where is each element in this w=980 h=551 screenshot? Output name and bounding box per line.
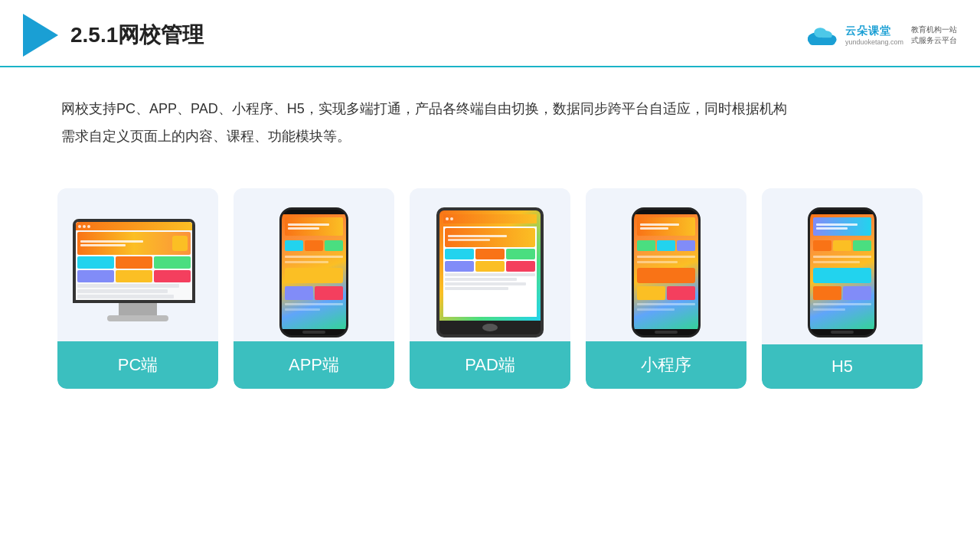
brand-name: 云朵课堂 — [845, 24, 891, 38]
phone-app-icon — [279, 207, 348, 337]
logo-triangle-icon — [23, 14, 58, 57]
page-title: 2.5.1网校管理 — [70, 21, 204, 50]
card-pad: PAD端 — [410, 188, 570, 389]
card-app: APP端 — [234, 188, 394, 389]
card-pc-image — [57, 204, 218, 341]
phone-h5-icon — [808, 207, 877, 337]
card-h5-label: H5 — [762, 344, 923, 389]
card-pad-image — [410, 204, 570, 341]
card-pc-label: PC端 — [57, 341, 218, 389]
cloud-icon — [802, 21, 841, 49]
svg-rect-6 — [809, 37, 835, 45]
brand-url: yunduoketang.com — [845, 38, 903, 46]
brand-text: 云朵课堂 yunduoketang.com — [845, 24, 903, 46]
header-right: 云朵课堂 yunduoketang.com 教育机构一站式服务云平台 — [802, 21, 957, 49]
tablet-pad-icon — [436, 207, 544, 337]
cloud-logo: 云朵课堂 yunduoketang.com 教育机构一站式服务云平台 — [802, 21, 957, 49]
cards-container: PC端 — [0, 173, 980, 412]
brand-slogan: 教育机构一站式服务云平台 — [911, 24, 957, 46]
pc-monitor-icon — [73, 219, 203, 326]
description-text: 网校支持PC、APP、PAD、小程序、H5，实现多端打通，产品各终端自由切换，数… — [61, 95, 919, 122]
card-app-label: APP端 — [234, 341, 394, 389]
card-h5: H5 — [762, 188, 923, 389]
header: 2.5.1网校管理 云朵课堂 yunduoketang.com 教育机构一站式服… — [0, 0, 980, 67]
card-pc: PC端 — [57, 188, 218, 389]
card-h5-image — [762, 204, 923, 341]
description-text-2: 需求自定义页面上的内容、课程、功能模块等。 — [61, 122, 919, 150]
card-app-image — [234, 204, 394, 341]
phone-miniapp-icon — [632, 207, 701, 337]
header-left: 2.5.1网校管理 — [23, 14, 204, 57]
card-miniapp: 小程序 — [586, 188, 746, 389]
card-miniapp-label: 小程序 — [586, 341, 746, 389]
card-pad-label: PAD端 — [410, 341, 570, 389]
description: 网校支持PC、APP、PAD、小程序、H5，实现多端打通，产品各终端自由切换，数… — [0, 67, 980, 165]
card-miniapp-image — [586, 204, 746, 341]
